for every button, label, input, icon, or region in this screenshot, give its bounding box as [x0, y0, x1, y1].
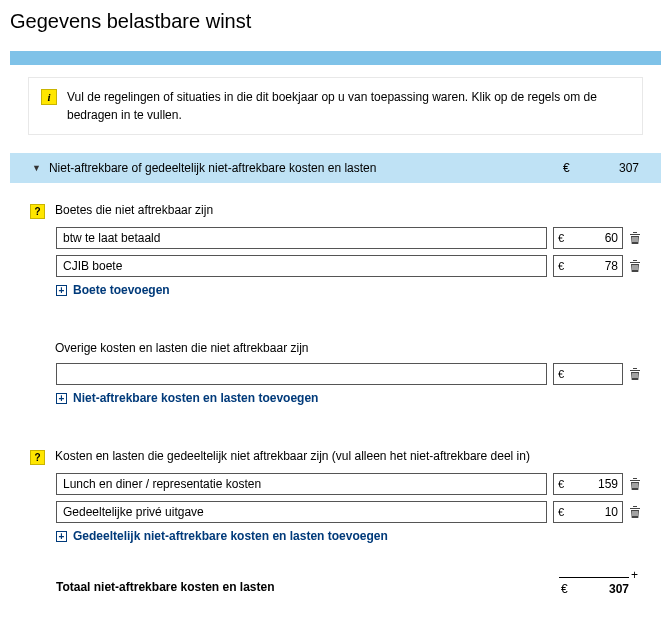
svg-rect-1	[635, 237, 636, 242]
top-blue-bar	[10, 51, 661, 65]
svg-rect-10	[635, 483, 636, 488]
trash-icon	[629, 231, 641, 245]
svg-rect-14	[637, 511, 638, 516]
table-row: €	[28, 227, 643, 249]
table-row: €	[28, 473, 643, 495]
accordion-currency: €	[563, 161, 581, 175]
total-amount: 307	[609, 582, 629, 596]
amount-input[interactable]	[554, 228, 622, 248]
info-box: i Vul de regelingen of situaties in die …	[28, 77, 643, 135]
total-label: Totaal niet-aftrekbare kosten en lasten	[56, 580, 559, 594]
section-title-gedeeltelijk: Kosten en lasten die gedeeltelijk niet a…	[55, 449, 643, 463]
svg-rect-5	[637, 265, 638, 270]
trash-icon	[629, 259, 641, 273]
accordion-header[interactable]: ▼ Niet-aftrekbare of gedeeltelijk niet-a…	[10, 153, 661, 183]
delete-button[interactable]	[629, 259, 643, 273]
svg-rect-6	[633, 373, 634, 378]
amount-input[interactable]	[554, 364, 622, 384]
table-row: €	[28, 501, 643, 523]
section-title-boetes: Boetes die niet aftrekbaar zijn	[55, 203, 643, 217]
svg-rect-8	[637, 373, 638, 378]
description-input[interactable]	[56, 473, 547, 495]
trash-icon	[629, 367, 641, 381]
svg-rect-4	[635, 265, 636, 270]
info-text: Vul de regelingen of situaties in die di…	[67, 88, 630, 124]
amount-field: €	[553, 255, 623, 277]
add-label: Gedeeltelijk niet-aftrekbare kosten en l…	[73, 529, 388, 543]
add-label: Boete toevoegen	[73, 283, 170, 297]
add-overige-button[interactable]: + Niet-aftrekbare kosten en lasten toevo…	[28, 391, 643, 405]
delete-button[interactable]	[629, 231, 643, 245]
plus-icon: +	[56, 531, 67, 542]
accordion-title: Niet-aftrekbare of gedeeltelijk niet-aft…	[49, 161, 555, 175]
trash-icon	[629, 477, 641, 491]
svg-rect-12	[633, 511, 634, 516]
add-label: Niet-aftrekbare kosten en lasten toevoeg…	[73, 391, 318, 405]
info-icon: i	[41, 89, 57, 105]
description-input[interactable]	[56, 501, 547, 523]
amount-input[interactable]	[554, 502, 622, 522]
section-title-overige: Overige kosten en lasten die niet aftrek…	[55, 341, 643, 355]
help-icon[interactable]: ?	[30, 204, 45, 219]
amount-field: €	[553, 501, 623, 523]
total-currency: €	[559, 582, 568, 596]
trash-icon	[629, 505, 641, 519]
description-input[interactable]	[56, 255, 547, 277]
add-gedeeltelijk-button[interactable]: + Gedeeltelijk niet-aftrekbare kosten en…	[28, 529, 643, 543]
svg-rect-7	[635, 373, 636, 378]
total-row: Totaal niet-aftrekbare kosten en lasten …	[28, 577, 643, 596]
accordion-amount: 307	[589, 161, 639, 175]
amount-field: €	[553, 227, 623, 249]
svg-rect-2	[637, 237, 638, 242]
plus-icon: +	[56, 393, 67, 404]
section-boetes: ? Boetes die niet aftrekbaar zijn € €	[28, 203, 643, 297]
svg-rect-0	[633, 237, 634, 242]
svg-rect-13	[635, 511, 636, 516]
section-overige: Overige kosten en lasten die niet aftrek…	[28, 341, 643, 405]
plus-indicator: +	[631, 568, 638, 582]
amount-input[interactable]	[554, 474, 622, 494]
amount-input[interactable]	[554, 256, 622, 276]
plus-icon: +	[56, 285, 67, 296]
svg-rect-11	[637, 483, 638, 488]
delete-button[interactable]	[629, 477, 643, 491]
amount-field: €	[553, 363, 623, 385]
total-amount-cell: + € 307	[559, 577, 629, 596]
section-gedeeltelijk: ? Kosten en lasten die gedeeltelijk niet…	[28, 449, 643, 543]
table-row: €	[28, 363, 643, 385]
delete-button[interactable]	[629, 367, 643, 381]
svg-rect-3	[633, 265, 634, 270]
chevron-down-icon: ▼	[32, 163, 41, 173]
delete-button[interactable]	[629, 505, 643, 519]
add-boete-button[interactable]: + Boete toevoegen	[28, 283, 643, 297]
table-row: €	[28, 255, 643, 277]
help-icon[interactable]: ?	[30, 450, 45, 465]
description-input[interactable]	[56, 363, 547, 385]
description-input[interactable]	[56, 227, 547, 249]
svg-rect-9	[633, 483, 634, 488]
page-title: Gegevens belastbare winst	[10, 10, 661, 33]
amount-field: €	[553, 473, 623, 495]
